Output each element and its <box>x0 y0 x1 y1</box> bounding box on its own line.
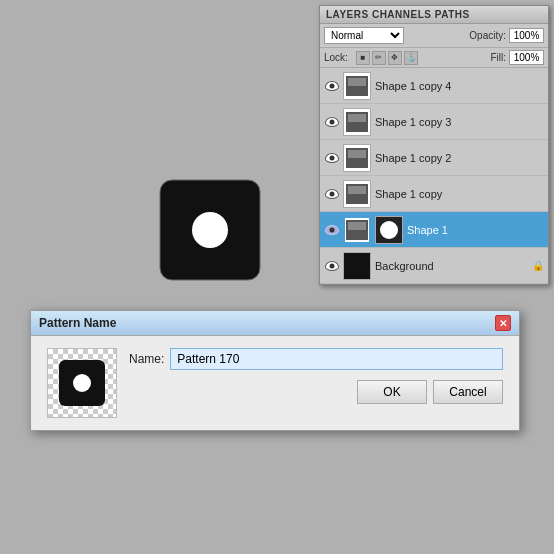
layer-visibility-toggle[interactable] <box>324 150 340 166</box>
lock-image-btn[interactable]: ✏ <box>372 51 386 65</box>
dialog-name-row: Name: <box>129 348 503 370</box>
layers-panel: LAYERS CHANNELS PATHS Normal Opacity: Lo… <box>319 5 549 285</box>
layer-name: Shape 1 <box>407 224 544 236</box>
opacity-row: Opacity: <box>469 28 544 43</box>
svg-point-1 <box>192 212 228 248</box>
lock-row: Lock: ■ ✏ ✥ ⚓ Fill: <box>320 48 548 68</box>
lock-all-btn[interactable]: ⚓ <box>404 51 418 65</box>
blend-mode-select[interactable]: Normal <box>324 27 404 44</box>
dialog-body: Name: OK Cancel <box>31 336 519 430</box>
layer-thumbnail <box>343 216 371 244</box>
layer-row[interactable]: Shape 1 copy 4 <box>320 68 548 104</box>
layer-thumbnail <box>343 180 371 208</box>
svg-point-4 <box>73 374 91 392</box>
layer-visibility-toggle[interactable] <box>324 222 340 238</box>
dialog-titlebar: Pattern Name ✕ <box>31 311 519 336</box>
layers-panel-header: LAYERS CHANNELS PATHS <box>320 6 548 24</box>
lock-icon: 🔒 <box>532 260 544 271</box>
layer-name: Background <box>375 260 529 272</box>
layer-shape-icon <box>346 112 368 132</box>
opacity-input[interactable] <box>509 28 544 43</box>
layer-thumbnail <box>343 144 371 172</box>
layer-mask-shape <box>380 221 398 239</box>
layer-shape-icon <box>346 220 368 240</box>
eye-icon <box>325 81 339 91</box>
layer-name: Shape 1 copy 3 <box>375 116 544 128</box>
layer-row-selected[interactable]: Shape 1 <box>320 212 548 248</box>
layers-controls: Normal Opacity: <box>320 24 548 48</box>
layer-shape-icon <box>346 148 368 168</box>
dialog-name-input[interactable] <box>170 348 503 370</box>
dialog-preview-shape <box>57 358 107 408</box>
layer-bg-thumbnail <box>343 252 371 280</box>
layer-thumbnail <box>343 108 371 136</box>
eye-icon <box>325 117 339 127</box>
eye-icon <box>325 189 339 199</box>
fill-label: Fill: <box>490 52 506 63</box>
dialog-cancel-button[interactable]: Cancel <box>433 380 503 404</box>
dialog-title: Pattern Name <box>39 316 116 330</box>
layers-list: Shape 1 copy 4 Shape 1 copy 3 Shape 1 co… <box>320 68 548 284</box>
layer-mask-thumbnail <box>375 216 403 244</box>
layer-row-background[interactable]: Background 🔒 <box>320 248 548 284</box>
layer-row[interactable]: Shape 1 copy 2 <box>320 140 548 176</box>
layer-shape-icon <box>346 76 368 96</box>
layer-row[interactable]: Shape 1 copy 3 <box>320 104 548 140</box>
dialog-button-row: OK Cancel <box>129 380 503 404</box>
layer-visibility-toggle[interactable] <box>324 258 340 274</box>
canvas-shape <box>155 175 265 285</box>
layer-name: Shape 1 copy <box>375 188 544 200</box>
lock-transparent-btn[interactable]: ■ <box>356 51 370 65</box>
fill-input[interactable] <box>509 50 544 65</box>
layer-visibility-toggle[interactable] <box>324 78 340 94</box>
layer-name: Shape 1 copy 2 <box>375 152 544 164</box>
dialog-ok-button[interactable]: OK <box>357 380 427 404</box>
eye-icon <box>325 153 339 163</box>
layer-thumbnail <box>343 72 371 100</box>
layers-panel-title: LAYERS CHANNELS PATHS <box>326 9 470 20</box>
dialog-preview <box>47 348 117 418</box>
eye-icon <box>325 261 339 271</box>
lock-icons: ■ ✏ ✥ ⚓ <box>356 51 418 65</box>
eye-icon <box>325 225 339 235</box>
layer-shape-icon <box>346 184 368 204</box>
layer-visibility-toggle[interactable] <box>324 114 340 130</box>
layer-row[interactable]: Shape 1 copy <box>320 176 548 212</box>
lock-label: Lock: <box>324 52 348 63</box>
lock-position-btn[interactable]: ✥ <box>388 51 402 65</box>
fill-row: Fill: <box>490 50 544 65</box>
layer-name: Shape 1 copy 4 <box>375 80 544 92</box>
pattern-name-dialog: Pattern Name ✕ Name: OK Cancel <box>30 310 520 431</box>
opacity-label: Opacity: <box>469 30 506 41</box>
dialog-form: Name: OK Cancel <box>129 348 503 404</box>
dialog-name-label: Name: <box>129 352 164 366</box>
dialog-close-button[interactable]: ✕ <box>495 315 511 331</box>
layer-visibility-toggle[interactable] <box>324 186 340 202</box>
